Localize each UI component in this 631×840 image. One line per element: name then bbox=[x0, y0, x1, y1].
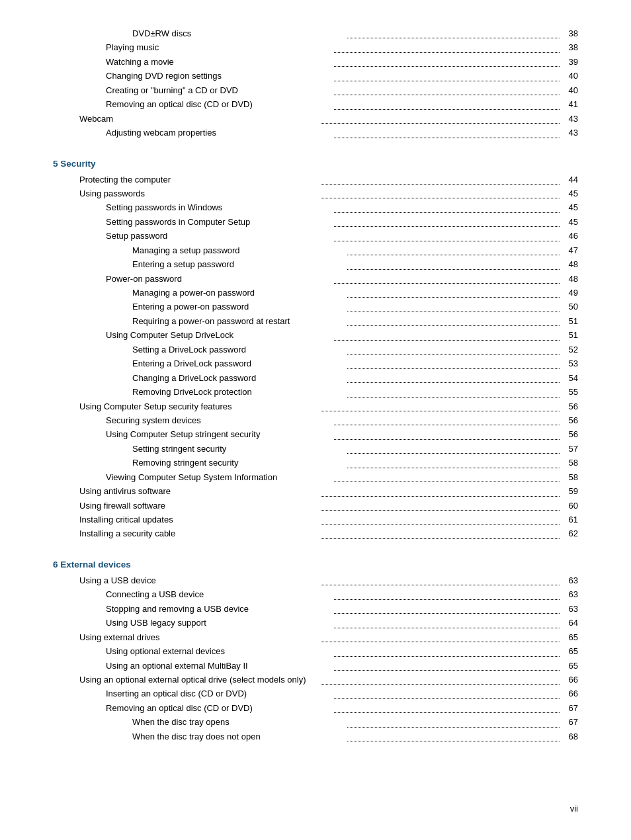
toc-entry: Managing a power-on password49 bbox=[53, 286, 578, 300]
entry-dots bbox=[347, 257, 560, 269]
entry-title: Removing an optical disc (CD or DVD) bbox=[106, 97, 331, 111]
toc-entry: Using antivirus software59 bbox=[53, 484, 578, 498]
entry-dots bbox=[334, 413, 560, 425]
entry-page-number: 53 bbox=[562, 357, 578, 370]
entry-title: Using external drives bbox=[79, 630, 318, 644]
entry-dots bbox=[321, 630, 560, 642]
entry-title: Managing a power-on password bbox=[132, 286, 345, 300]
entry-title: Using firewall software bbox=[79, 499, 318, 513]
section-heading: 6 External devices bbox=[53, 560, 578, 569]
entry-title: Entering a power-on password bbox=[132, 300, 345, 314]
entry-title: Installing critical updates bbox=[79, 513, 318, 526]
entry-title: Creating or "burning" a CD or DVD bbox=[106, 83, 331, 97]
toc-entry: Viewing Computer Setup System Informatio… bbox=[53, 470, 578, 484]
entry-page-number: 40 bbox=[562, 69, 578, 83]
entry-dots bbox=[347, 730, 560, 741]
toc-entry: Removing an optical disc (CD or DVD)41 bbox=[53, 97, 578, 111]
toc-entry: When the disc tray opens67 bbox=[53, 715, 578, 729]
entry-title: Using USB legacy support bbox=[106, 616, 331, 630]
toc-entry: Setup password46 bbox=[53, 229, 578, 243]
toc-entry: Using Computer Setup DriveLock51 bbox=[53, 328, 578, 342]
entry-title: Requiring a power-on password at restart bbox=[132, 314, 345, 328]
entry-page-number: 47 bbox=[562, 243, 578, 257]
entry-dots bbox=[321, 399, 560, 411]
toc-entry: Using external drives65 bbox=[53, 630, 578, 644]
entry-title: Using antivirus software bbox=[79, 484, 318, 498]
toc-entry: Setting a DriveLock password52 bbox=[53, 343, 578, 357]
toc-entry: Stopping and removing a USB device63 bbox=[53, 602, 578, 616]
entry-dots bbox=[347, 715, 560, 727]
entry-page-number: 62 bbox=[562, 526, 578, 540]
entry-dots bbox=[321, 112, 560, 124]
entry-page-number: 51 bbox=[562, 314, 578, 328]
entry-title: Adjusting webcam properties bbox=[106, 126, 331, 140]
entry-dots bbox=[347, 314, 560, 326]
entry-dots bbox=[334, 69, 560, 81]
entry-dots bbox=[321, 526, 560, 538]
entry-dots bbox=[334, 126, 560, 138]
entry-title: Using passwords bbox=[79, 187, 318, 200]
entry-page-number: 45 bbox=[562, 215, 578, 229]
entry-title: Managing a setup password bbox=[132, 243, 345, 257]
toc-entry: Using firewall software60 bbox=[53, 499, 578, 513]
toc-entry: Power-on password48 bbox=[53, 272, 578, 286]
entry-dots bbox=[334, 215, 560, 227]
toc-entry: Entering a setup password48 bbox=[53, 257, 578, 271]
entry-dots bbox=[347, 286, 560, 298]
toc-section-section-pre: DVD±RW discs38Playing music38Watching a … bbox=[53, 26, 578, 140]
entry-title: Using a USB device bbox=[79, 573, 318, 587]
entry-dots bbox=[334, 427, 560, 439]
entry-page-number: 65 bbox=[562, 644, 578, 658]
entry-page-number: 48 bbox=[562, 272, 578, 286]
entry-title: Removing DriveLock protection bbox=[132, 385, 345, 399]
entry-title: Webcam bbox=[79, 112, 318, 126]
entry-page-number: 63 bbox=[562, 587, 578, 601]
entry-dots bbox=[347, 371, 560, 383]
entry-title: Using Computer Setup DriveLock bbox=[106, 328, 331, 342]
entry-title: Inserting an optical disc (CD or DVD) bbox=[106, 687, 331, 700]
toc-entry: Connecting a USB device63 bbox=[53, 587, 578, 601]
entry-dots bbox=[321, 484, 560, 496]
toc-section-section-5: 5 SecurityProtecting the computer44Using… bbox=[53, 159, 578, 541]
entry-dots bbox=[321, 187, 560, 198]
entry-dots bbox=[334, 55, 560, 67]
entry-page-number: 57 bbox=[562, 442, 578, 456]
entry-page-number: 48 bbox=[562, 257, 578, 271]
toc-entry: Using a USB device63 bbox=[53, 573, 578, 587]
entry-title: Connecting a USB device bbox=[106, 587, 331, 601]
entry-dots bbox=[347, 300, 560, 312]
entry-page-number: 61 bbox=[562, 513, 578, 526]
entry-dots bbox=[334, 701, 560, 713]
entry-page-number: 65 bbox=[562, 630, 578, 644]
entry-page-number: 38 bbox=[562, 40, 578, 54]
page-footer: vii bbox=[570, 804, 578, 814]
entry-dots bbox=[334, 272, 560, 284]
toc-entry: Creating or "burning" a CD or DVD40 bbox=[53, 83, 578, 97]
entry-page-number: 63 bbox=[562, 573, 578, 587]
toc-entry: Setting passwords in Windows45 bbox=[53, 200, 578, 214]
entry-page-number: 56 bbox=[562, 399, 578, 413]
toc-entry: Installing critical updates61 bbox=[53, 513, 578, 526]
entry-page-number: 44 bbox=[562, 173, 578, 187]
toc-entry: Installing a security cable62 bbox=[53, 526, 578, 540]
toc-entry: Adjusting webcam properties43 bbox=[53, 126, 578, 140]
entry-page-number: 58 bbox=[562, 456, 578, 470]
toc-entry: Watching a movie39 bbox=[53, 55, 578, 69]
toc-entry: Using optional external devices65 bbox=[53, 644, 578, 658]
entry-title: Using an optional external MultiBay II bbox=[106, 659, 331, 673]
entry-title: Setting stringent security bbox=[132, 442, 345, 456]
entry-page-number: 66 bbox=[562, 687, 578, 700]
entry-page-number: 38 bbox=[562, 26, 578, 40]
toc-entry: Securing system devices56 bbox=[53, 413, 578, 427]
toc-entry: Entering a DriveLock password53 bbox=[53, 357, 578, 370]
entry-dots bbox=[334, 659, 560, 671]
footer-page-number: vii bbox=[570, 804, 578, 814]
entry-title: Securing system devices bbox=[106, 413, 331, 427]
toc-entry: When the disc tray does not open68 bbox=[53, 730, 578, 743]
entry-dots bbox=[334, 470, 560, 482]
entry-dots bbox=[334, 229, 560, 241]
entry-page-number: 40 bbox=[562, 83, 578, 97]
toc-entry: Using an optional external optical drive… bbox=[53, 673, 578, 687]
entry-title: Power-on password bbox=[106, 272, 331, 286]
entry-title: Installing a security cable bbox=[79, 526, 318, 540]
